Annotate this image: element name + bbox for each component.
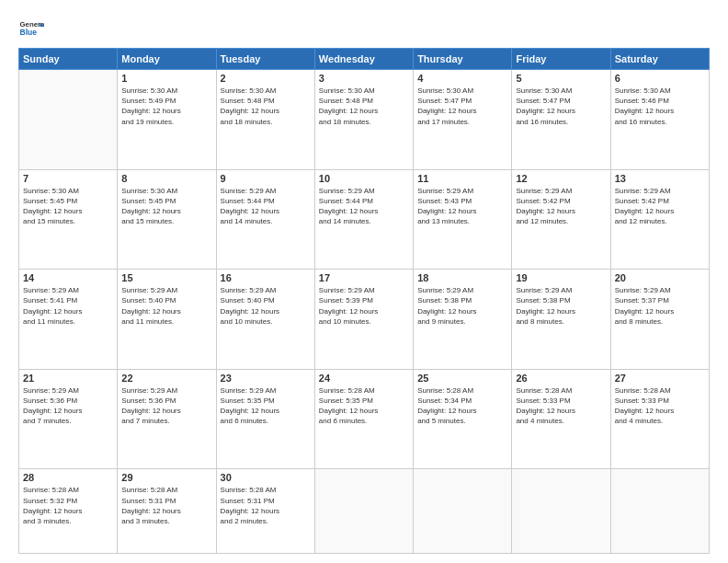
day-info: Sunrise: 5:30 AM Sunset: 5:48 PM Dayligh…	[319, 86, 409, 127]
calendar-cell: 24Sunrise: 5:28 AM Sunset: 5:35 PM Dayli…	[314, 369, 413, 469]
logo: General Blue	[18, 17, 48, 42]
day-info: Sunrise: 5:29 AM Sunset: 5:36 PM Dayligh…	[23, 385, 113, 427]
day-info: Sunrise: 5:29 AM Sunset: 5:42 PM Dayligh…	[615, 186, 705, 227]
day-number: 24	[319, 373, 409, 384]
calendar-cell	[414, 469, 512, 554]
day-number: 4	[417, 73, 507, 84]
day-number: 14	[23, 272, 113, 283]
day-info: Sunrise: 5:28 AM Sunset: 5:34 PM Dayligh…	[417, 385, 507, 427]
calendar-cell: 25Sunrise: 5:28 AM Sunset: 5:34 PM Dayli…	[414, 369, 512, 469]
day-number: 20	[615, 272, 705, 283]
calendar-cell: 20Sunrise: 5:29 AM Sunset: 5:37 PM Dayli…	[610, 270, 709, 370]
day-info: Sunrise: 5:30 AM Sunset: 5:47 PM Dayligh…	[417, 86, 507, 127]
calendar-cell: 21Sunrise: 5:29 AM Sunset: 5:36 PM Dayli…	[19, 369, 118, 469]
header: General Blue	[18, 17, 710, 42]
day-number: 15	[121, 272, 211, 283]
day-number: 27	[615, 373, 705, 384]
calendar-week-4: 21Sunrise: 5:29 AM Sunset: 5:36 PM Dayli…	[19, 369, 710, 469]
day-number: 21	[23, 373, 113, 384]
calendar-cell: 28Sunrise: 5:28 AM Sunset: 5:32 PM Dayli…	[19, 469, 118, 554]
day-number: 25	[417, 373, 507, 384]
day-info: Sunrise: 5:28 AM Sunset: 5:33 PM Dayligh…	[516, 385, 606, 427]
calendar-cell: 5Sunrise: 5:30 AM Sunset: 5:47 PM Daylig…	[512, 70, 610, 170]
day-info: Sunrise: 5:29 AM Sunset: 5:40 PM Dayligh…	[121, 285, 211, 327]
day-info: Sunrise: 5:28 AM Sunset: 5:31 PM Dayligh…	[121, 485, 211, 526]
day-info: Sunrise: 5:29 AM Sunset: 5:44 PM Dayligh…	[319, 186, 409, 227]
calendar-cell: 19Sunrise: 5:29 AM Sunset: 5:38 PM Dayli…	[512, 270, 610, 370]
day-info: Sunrise: 5:29 AM Sunset: 5:42 PM Dayligh…	[516, 186, 606, 227]
day-number: 6	[615, 73, 705, 84]
day-info: Sunrise: 5:28 AM Sunset: 5:32 PM Dayligh…	[23, 485, 113, 526]
day-number: 10	[319, 173, 409, 184]
day-number: 11	[417, 173, 507, 184]
calendar-cell	[19, 70, 118, 170]
calendar-cell: 23Sunrise: 5:29 AM Sunset: 5:35 PM Dayli…	[216, 369, 314, 469]
calendar-cell: 18Sunrise: 5:29 AM Sunset: 5:38 PM Dayli…	[414, 270, 512, 370]
day-info: Sunrise: 5:30 AM Sunset: 5:45 PM Dayligh…	[23, 186, 113, 227]
svg-text:Blue: Blue	[20, 28, 38, 37]
header-cell-sunday: Sunday	[19, 49, 118, 70]
day-number: 5	[516, 73, 606, 84]
calendar-cell: 11Sunrise: 5:29 AM Sunset: 5:43 PM Dayli…	[414, 169, 512, 270]
day-info: Sunrise: 5:29 AM Sunset: 5:39 PM Dayligh…	[319, 285, 409, 327]
day-number: 2	[221, 73, 311, 84]
day-info: Sunrise: 5:30 AM Sunset: 5:45 PM Dayligh…	[121, 186, 211, 227]
calendar-cell: 4Sunrise: 5:30 AM Sunset: 5:47 PM Daylig…	[414, 70, 512, 170]
calendar-cell: 26Sunrise: 5:28 AM Sunset: 5:33 PM Dayli…	[512, 369, 610, 469]
day-info: Sunrise: 5:30 AM Sunset: 5:47 PM Dayligh…	[516, 86, 606, 127]
day-info: Sunrise: 5:29 AM Sunset: 5:35 PM Dayligh…	[221, 385, 311, 427]
day-info: Sunrise: 5:30 AM Sunset: 5:46 PM Dayligh…	[615, 86, 705, 127]
calendar-cell: 2Sunrise: 5:30 AM Sunset: 5:48 PM Daylig…	[216, 70, 314, 170]
day-number: 13	[615, 173, 705, 184]
day-number: 12	[516, 173, 606, 184]
calendar-cell: 12Sunrise: 5:29 AM Sunset: 5:42 PM Dayli…	[512, 169, 610, 270]
calendar-cell: 8Sunrise: 5:30 AM Sunset: 5:45 PM Daylig…	[118, 169, 216, 270]
day-info: Sunrise: 5:29 AM Sunset: 5:40 PM Dayligh…	[221, 285, 311, 327]
day-info: Sunrise: 5:30 AM Sunset: 5:48 PM Dayligh…	[221, 86, 311, 127]
calendar-cell: 14Sunrise: 5:29 AM Sunset: 5:41 PM Dayli…	[19, 270, 118, 370]
day-number: 9	[221, 173, 311, 184]
calendar-cell: 15Sunrise: 5:29 AM Sunset: 5:40 PM Dayli…	[118, 270, 216, 370]
calendar-cell: 16Sunrise: 5:29 AM Sunset: 5:40 PM Dayli…	[216, 270, 314, 370]
day-number: 16	[221, 272, 311, 283]
day-number: 7	[23, 173, 113, 184]
day-info: Sunrise: 5:29 AM Sunset: 5:38 PM Dayligh…	[417, 285, 507, 327]
day-number: 18	[417, 272, 507, 283]
calendar-cell: 7Sunrise: 5:30 AM Sunset: 5:45 PM Daylig…	[19, 169, 118, 270]
logo-icon: General Blue	[18, 17, 44, 42]
day-number: 29	[121, 472, 211, 483]
day-number: 30	[221, 472, 311, 483]
calendar-table: SundayMondayTuesdayWednesdayThursdayFrid…	[18, 48, 710, 554]
day-number: 22	[121, 373, 211, 384]
day-number: 3	[319, 73, 409, 84]
page: General Blue SundayMondayTuesdayWednesda…	[0, 0, 728, 563]
day-info: Sunrise: 5:29 AM Sunset: 5:44 PM Dayligh…	[221, 186, 311, 227]
day-info: Sunrise: 5:29 AM Sunset: 5:38 PM Dayligh…	[516, 285, 606, 327]
header-cell-thursday: Thursday	[414, 49, 512, 70]
calendar-cell: 27Sunrise: 5:28 AM Sunset: 5:33 PM Dayli…	[610, 369, 709, 469]
calendar-cell	[512, 469, 610, 554]
calendar-cell: 30Sunrise: 5:28 AM Sunset: 5:31 PM Dayli…	[216, 469, 314, 554]
day-number: 23	[221, 373, 311, 384]
calendar-cell: 29Sunrise: 5:28 AM Sunset: 5:31 PM Dayli…	[118, 469, 216, 554]
calendar-cell: 22Sunrise: 5:29 AM Sunset: 5:36 PM Dayli…	[118, 369, 216, 469]
day-info: Sunrise: 5:29 AM Sunset: 5:41 PM Dayligh…	[23, 285, 113, 327]
day-number: 8	[121, 173, 211, 184]
day-number: 17	[319, 272, 409, 283]
header-cell-tuesday: Tuesday	[216, 49, 314, 70]
calendar-cell: 10Sunrise: 5:29 AM Sunset: 5:44 PM Dayli…	[314, 169, 413, 270]
calendar-header-row: SundayMondayTuesdayWednesdayThursdayFrid…	[19, 49, 710, 70]
calendar-cell: 17Sunrise: 5:29 AM Sunset: 5:39 PM Dayli…	[314, 270, 413, 370]
calendar-cell: 9Sunrise: 5:29 AM Sunset: 5:44 PM Daylig…	[216, 169, 314, 270]
day-number: 19	[516, 272, 606, 283]
calendar-cell	[314, 469, 413, 554]
header-cell-friday: Friday	[512, 49, 610, 70]
day-info: Sunrise: 5:28 AM Sunset: 5:31 PM Dayligh…	[221, 485, 311, 526]
calendar-cell: 13Sunrise: 5:29 AM Sunset: 5:42 PM Dayli…	[610, 169, 709, 270]
day-number: 28	[23, 472, 113, 483]
header-cell-saturday: Saturday	[610, 49, 709, 70]
day-info: Sunrise: 5:29 AM Sunset: 5:37 PM Dayligh…	[615, 285, 705, 327]
day-info: Sunrise: 5:28 AM Sunset: 5:35 PM Dayligh…	[319, 385, 409, 427]
calendar-cell: 3Sunrise: 5:30 AM Sunset: 5:48 PM Daylig…	[314, 70, 413, 170]
calendar-cell	[610, 469, 709, 554]
